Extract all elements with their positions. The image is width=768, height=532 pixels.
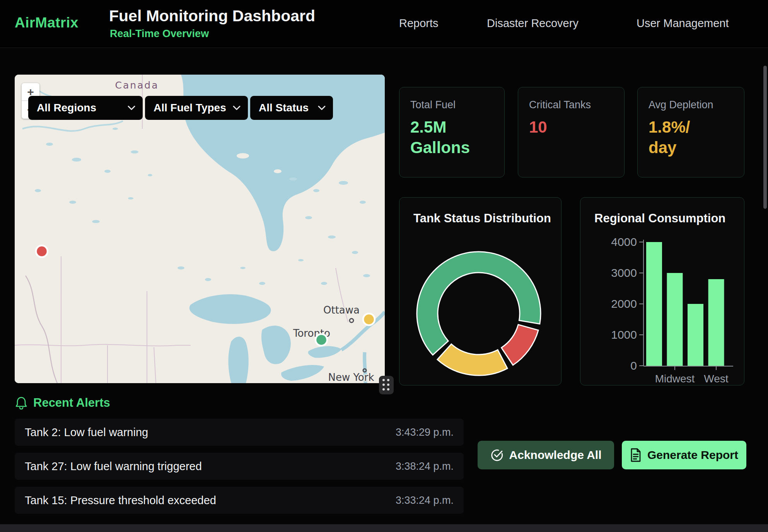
alert-time: 3:33:24 p.m. (396, 494, 454, 506)
svg-text:4000: 4000 (611, 235, 637, 248)
region-filter-value: All Regions (37, 102, 96, 114)
map-canvas[interactable]: Canada Ottawa Toronto New York (15, 75, 385, 383)
acknowledge-all-button[interactable]: Acknowledge All (478, 441, 614, 469)
regional-consumption-bar-chart: 01000200030004000MidwestWest (580, 198, 745, 386)
alert-row[interactable]: Tank 2: Low fuel warning 3:43:29 p.m. (15, 419, 464, 446)
chevron-down-icon (127, 105, 136, 111)
donut-segment-critical (502, 325, 538, 365)
scrollbar-thumb[interactable] (763, 66, 767, 209)
bar-0 (646, 242, 662, 366)
page-title: Fuel Monitoring Dashboard (109, 7, 315, 25)
stat-label: Critical Tanks (529, 99, 613, 111)
nav-disaster-recovery[interactable]: Disaster Recovery (487, 17, 579, 30)
stat-value-avg-depletion: 1.8%/ day (649, 117, 716, 158)
bar-2 (688, 304, 703, 366)
map-lake-michigan (229, 337, 249, 383)
bar-3 (708, 279, 724, 366)
alert-message: Tank 27: Low fuel warning triggered (25, 460, 202, 473)
chevron-down-icon (317, 105, 326, 111)
app-logo: AirMatrix (15, 15, 79, 31)
map-marker-warning[interactable] (363, 314, 375, 325)
stat-card-total-fuel: Total Fuel 2.5M Gallons (399, 87, 505, 177)
generate-report-label: Generate Report (647, 448, 738, 462)
alert-message: Tank 15: Pressure threshold exceeded (25, 494, 216, 507)
page-subtitle: Real-Time Overview (110, 28, 209, 40)
alert-message: Tank 2: Low fuel warning (25, 426, 148, 439)
recent-alerts-title: Recent Alerts (33, 396, 110, 410)
svg-text:1000: 1000 (611, 328, 637, 341)
fuel-type-filter-select[interactable]: All Fuel Types (145, 96, 248, 120)
map-marker-critical[interactable] (36, 246, 48, 257)
svg-text:Midwest: Midwest (655, 373, 695, 385)
stat-value-total-fuel: 2.5M Gallons (410, 117, 478, 158)
header: AirMatrix Fuel Monitoring Dashboard Real… (0, 0, 768, 48)
map-island (237, 153, 249, 159)
map-filter-bar: All Regions All Fuel Types All Status (28, 96, 333, 120)
status-filter-value: All Status (259, 102, 309, 114)
alert-row[interactable]: Tank 15: Pressure threshold exceeded 3:3… (15, 487, 464, 514)
fuel-type-filter-value: All Fuel Types (154, 102, 226, 114)
svg-text:3000: 3000 (611, 266, 637, 279)
map-label-country: Canada (115, 80, 159, 91)
donut-segment-warning (437, 344, 507, 375)
regional-consumption-card: Regional Consumption 01000200030004000Mi… (580, 197, 744, 385)
recent-alerts-header: Recent Alerts (15, 396, 110, 410)
map-marker-normal[interactable] (316, 334, 327, 346)
nav-reports[interactable]: Reports (399, 17, 439, 30)
region-filter-select[interactable]: All Regions (28, 96, 143, 120)
nav-user-management[interactable]: User Management (637, 17, 729, 30)
bell-icon (15, 396, 27, 409)
tank-status-donut-chart (399, 198, 562, 386)
stat-label: Total Fuel (410, 99, 493, 111)
alert-row[interactable]: Tank 27: Low fuel warning triggered 3:38… (15, 453, 464, 480)
alert-time: 3:38:24 p.m. (396, 460, 454, 472)
generate-report-button[interactable]: Generate Report (622, 441, 746, 469)
svg-text:2000: 2000 (611, 297, 637, 310)
bottom-bar (0, 524, 768, 532)
bar-1 (667, 273, 683, 366)
svg-text:0: 0 (630, 359, 637, 372)
svg-text:West: West (704, 373, 728, 385)
map-panel[interactable]: Canada Ottawa Toronto New York + − All R… (15, 75, 385, 383)
acknowledge-all-label: Acknowledge All (509, 448, 602, 462)
status-filter-select[interactable]: All Status (250, 96, 333, 120)
stat-label: Avg Depletion (649, 99, 733, 111)
stat-value-critical-tanks: 10 (529, 117, 597, 138)
map-label-new-york: New York (328, 372, 374, 383)
stat-card-critical-tanks: Critical Tanks 10 (518, 87, 625, 177)
map-island (274, 169, 282, 173)
dashboard-screen: AirMatrix Fuel Monitoring Dashboard Real… (0, 0, 768, 532)
check-circle-icon (490, 448, 503, 462)
tank-status-card: Tank Status Distribution (399, 197, 561, 385)
map-label-ottawa: Ottawa (323, 304, 360, 316)
chevron-down-icon (232, 105, 241, 111)
report-document-icon (630, 448, 642, 462)
stat-card-avg-depletion: Avg Depletion 1.8%/ day (637, 87, 744, 177)
alert-time: 3:43:29 p.m. (396, 426, 454, 438)
map-resize-handle[interactable] (379, 376, 394, 394)
